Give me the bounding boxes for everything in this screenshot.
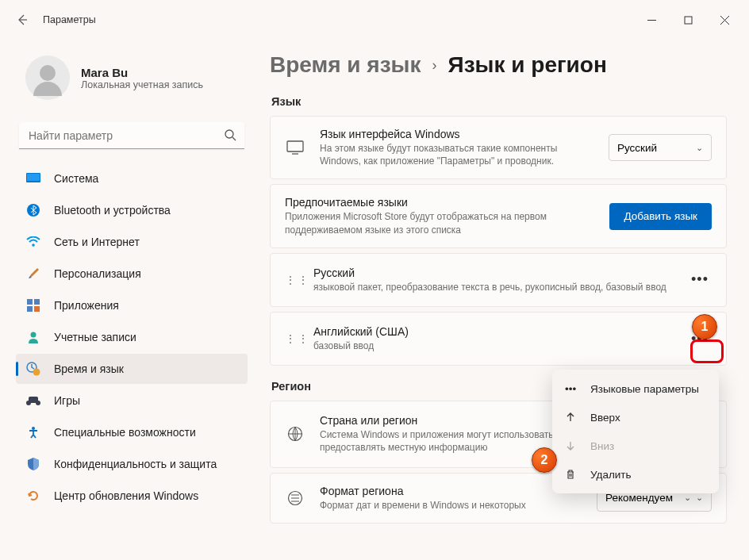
breadcrumb: Время и язык › Язык и регион — [270, 52, 727, 78]
svg-rect-0 — [685, 17, 692, 24]
svg-point-10 — [31, 332, 36, 338]
sidebar-item-label: Учетные записи — [54, 331, 136, 343]
person-icon — [25, 329, 41, 345]
profile-subtitle: Локальная учетная запись — [81, 79, 203, 90]
maximize-icon — [684, 16, 693, 25]
format-desc: Формат дат и времени в Windows и некотор… — [320, 499, 587, 512]
chevron-right-icon: › — [432, 57, 437, 74]
display-language-value: Русский — [617, 142, 657, 154]
sidebar-item-accounts[interactable]: Учетные записи — [16, 322, 248, 352]
close-icon — [720, 16, 729, 25]
page-title: Язык и регион — [448, 52, 607, 78]
bluetooth-icon — [25, 202, 41, 218]
breadcrumb-parent[interactable]: Время и язык — [270, 52, 421, 78]
display-language-select[interactable]: Русский ⌄ — [609, 134, 712, 161]
wifi-icon — [25, 234, 41, 250]
sidebar-item-accessibility[interactable]: Специальные возможности — [16, 417, 248, 447]
arrow-down-icon — [565, 440, 582, 451]
more-icon: ••• — [565, 383, 582, 395]
accessibility-icon — [25, 424, 41, 440]
maximize-button[interactable] — [670, 7, 706, 33]
globe-icon — [285, 426, 305, 442]
update-icon — [25, 488, 41, 504]
sidebar-item-label: Конфиденциальность и защита — [54, 458, 217, 470]
sidebar-item-label: Персонализация — [54, 267, 141, 280]
svg-rect-6 — [27, 299, 33, 305]
svg-point-5 — [32, 244, 35, 247]
preferred-title: Предпочитаемые языки — [285, 196, 600, 209]
display-language-desc: На этом языке будут показываться такие к… — [320, 142, 599, 167]
sidebar-item-label: Сеть и Интернет — [54, 236, 140, 248]
language-name: Русский — [313, 267, 688, 279]
gamepad-icon — [25, 393, 41, 408]
menu-delete[interactable]: Удалить — [557, 460, 714, 489]
monitor-icon — [285, 140, 305, 155]
back-button[interactable] — [6, 4, 38, 36]
window-title: Параметры — [43, 14, 96, 25]
profile-name: Mara Bu — [81, 66, 203, 79]
preferred-desc: Приложения Microsoft Store будут отображ… — [285, 210, 600, 236]
clock-globe-icon — [25, 361, 41, 377]
language-more-button[interactable]: ••• — [688, 271, 712, 288]
svg-rect-7 — [34, 299, 40, 305]
menu-move-down: Вниз — [557, 432, 714, 460]
sidebar: Mara Bu Локальная учетная запись Система… — [16, 40, 254, 560]
chevron-down-icon: ⌄ — [696, 493, 703, 503]
add-language-button[interactable]: Добавить язык — [609, 203, 712, 230]
sidebar-item-label: Приложения — [54, 299, 119, 312]
window-controls — [633, 7, 743, 33]
svg-point-1 — [225, 130, 233, 138]
menu-move-up[interactable]: Вверх — [557, 403, 714, 432]
svg-rect-17 — [287, 141, 303, 152]
search-icon — [224, 128, 236, 141]
minimize-button[interactable] — [633, 7, 670, 33]
section-language-label: Язык — [271, 95, 727, 108]
sidebar-item-bluetooth[interactable]: Bluetooth и устройства — [16, 195, 248, 225]
display-language-title: Язык интерфейса Windows — [320, 128, 599, 140]
arrow-up-icon — [565, 412, 582, 423]
region-format-value: Рекомендуем — [605, 492, 673, 504]
annotation-1: 1 — [692, 314, 717, 339]
format-title: Формат региона — [320, 485, 587, 497]
close-button[interactable] — [706, 7, 743, 33]
system-icon — [25, 171, 41, 186]
sidebar-item-label: Система — [54, 172, 98, 185]
search-box — [19, 122, 244, 149]
minimize-icon — [647, 16, 656, 25]
sidebar-item-apps[interactable]: Приложения — [16, 290, 248, 320]
menu-language-options[interactable]: ••• Языковые параметры — [557, 374, 714, 403]
sidebar-item-label: Игры — [54, 394, 80, 407]
apps-icon — [25, 297, 41, 313]
arrow-left-icon — [16, 13, 29, 26]
annotation-box-1 — [690, 339, 724, 363]
drag-handle[interactable]: ⋮⋮ — [285, 336, 299, 342]
sidebar-item-personalization[interactable]: Персонализация — [16, 259, 248, 289]
brush-icon — [25, 266, 41, 282]
language-name: Английский (США) — [313, 325, 688, 338]
avatar — [25, 56, 70, 100]
svg-point-12 — [33, 369, 40, 376]
sidebar-item-label: Центр обновления Windows — [54, 489, 198, 502]
display-language-card: Язык интерфейса Windows На этом языке бу… — [270, 116, 727, 179]
sidebar-item-label: Время и язык — [54, 362, 124, 375]
sidebar-item-gaming[interactable]: Игры — [16, 385, 248, 416]
sidebar-item-update[interactable]: Центр обновления Windows — [16, 481, 248, 511]
language-desc: языковой пакет, преобразование текста в … — [313, 281, 688, 293]
titlebar: Параметры — [0, 0, 749, 40]
svg-rect-3 — [27, 174, 40, 181]
sidebar-item-time-language[interactable]: Время и язык — [16, 354, 248, 384]
sidebar-item-network[interactable]: Сеть и Интернет — [16, 227, 248, 257]
sidebar-item-label: Bluetooth и устройства — [54, 204, 171, 217]
chevron-down-icon: ⌄ — [696, 143, 703, 153]
trash-icon — [565, 469, 582, 480]
drag-handle[interactable]: ⋮⋮ — [285, 277, 299, 283]
sidebar-item-privacy[interactable]: Конфиденциальность и защита — [16, 449, 248, 479]
profile-block[interactable]: Mara Bu Локальная учетная запись — [16, 40, 248, 122]
globe-format-icon — [285, 490, 305, 506]
svg-point-15 — [36, 401, 40, 405]
svg-rect-8 — [27, 306, 33, 312]
sidebar-item-system[interactable]: Система — [16, 163, 248, 194]
search-input[interactable] — [19, 122, 244, 149]
language-desc: базовый ввод — [313, 339, 688, 352]
svg-point-14 — [26, 401, 31, 405]
